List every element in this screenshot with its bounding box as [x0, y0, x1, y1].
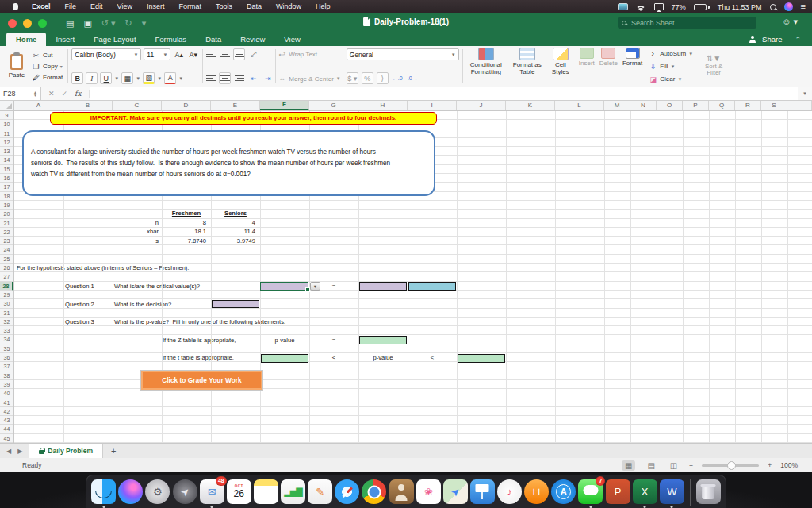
- font-color-button[interactable]: A: [164, 72, 176, 84]
- row-header-28[interactable]: 28: [0, 282, 13, 291]
- dock-item-excel[interactable]: X: [633, 477, 657, 507]
- paste-button[interactable]: Paste: [3, 48, 30, 84]
- dock-item-mail[interactable]: ✉48: [200, 477, 224, 507]
- underline-button[interactable]: U: [100, 72, 112, 84]
- menu-window[interactable]: Window: [269, 2, 308, 10]
- critical-value-answer-cell-2[interactable]: [408, 282, 457, 291]
- siri-icon[interactable]: [784, 2, 793, 11]
- column-header-M[interactable]: M: [604, 101, 630, 110]
- page-layout-view-button[interactable]: ▤: [644, 460, 657, 471]
- page-break-view-button[interactable]: ◫: [667, 460, 680, 471]
- critical-value-answer-cell-1[interactable]: [359, 282, 408, 291]
- menu-tools[interactable]: Tools: [209, 2, 239, 10]
- menu-edit[interactable]: Edit: [83, 2, 110, 10]
- column-header-R[interactable]: R: [735, 101, 761, 110]
- collapse-ribbon-icon[interactable]: ⌃: [795, 36, 801, 44]
- column-header-K[interactable]: K: [506, 101, 555, 110]
- toolbar-options-icon[interactable]: ▾: [142, 18, 147, 29]
- dock-item-system-preferences[interactable]: ⚙: [145, 477, 170, 507]
- decrease-indent-button[interactable]: ⇤: [247, 72, 259, 84]
- menu-file[interactable]: File: [58, 2, 84, 10]
- align-top-button[interactable]: [205, 48, 216, 60]
- fill-color-button[interactable]: ▨: [143, 72, 155, 84]
- share-button[interactable]: Share: [762, 35, 782, 44]
- column-header-O[interactable]: O: [657, 101, 683, 110]
- column-header-P[interactable]: P: [683, 101, 709, 110]
- dock-item-siri[interactable]: [118, 477, 143, 507]
- dock-item-maps[interactable]: ➤: [443, 477, 468, 507]
- row-header-19[interactable]: 19: [0, 201, 13, 210]
- dock-item-notes[interactable]: [254, 477, 278, 507]
- row-header-16[interactable]: 16: [0, 174, 13, 183]
- column-header-E[interactable]: E: [211, 101, 260, 110]
- critical-value-dropdown-button[interactable]: ▼: [310, 282, 320, 291]
- dock-item-numbers[interactable]: ▂▅▇: [281, 477, 305, 507]
- align-center-button[interactable]: [219, 72, 231, 84]
- select-all-corner[interactable]: [0, 101, 14, 110]
- notification-center-icon[interactable]: ≡: [801, 0, 806, 13]
- column-header-G[interactable]: G: [309, 101, 358, 110]
- row-header-32[interactable]: 32: [0, 318, 13, 326]
- z-pvalue-input-cell[interactable]: [359, 336, 408, 344]
- grade-work-button[interactable]: Click to Grade Your Work: [141, 371, 262, 390]
- ribbon-tab-formulas[interactable]: Formulas: [146, 33, 197, 46]
- formula-input[interactable]: [90, 87, 799, 100]
- align-right-button[interactable]: [233, 72, 245, 84]
- currency-format-button[interactable]: $ ▾: [347, 72, 358, 84]
- row-header-33[interactable]: 33: [0, 326, 13, 335]
- column-header-D[interactable]: D: [162, 101, 211, 110]
- ribbon-tab-review[interactable]: Review: [231, 33, 274, 46]
- delete-cells-button[interactable]: Delete: [597, 46, 620, 87]
- menubar-clock[interactable]: Thu 11:53 PM: [718, 3, 762, 11]
- column-header-I[interactable]: I: [408, 101, 457, 110]
- row-header-38[interactable]: 38: [0, 371, 13, 380]
- align-middle-button[interactable]: [219, 48, 231, 60]
- name-box-spinner[interactable]: ▲▼: [33, 90, 37, 97]
- undo-icon[interactable]: ↺ ▾: [102, 18, 116, 29]
- increase-font-size-button[interactable]: A▴: [173, 48, 185, 60]
- display-icon[interactable]: [654, 3, 664, 10]
- column-header-B[interactable]: B: [63, 101, 113, 110]
- normal-view-button[interactable]: ▦: [622, 460, 635, 471]
- screen-capture-icon[interactable]: [618, 3, 628, 10]
- row-header-37[interactable]: 37: [0, 362, 13, 371]
- increase-decimal-button[interactable]: ←.0: [392, 72, 404, 84]
- dock-item-launchpad[interactable]: ➤: [172, 477, 197, 507]
- save-icon[interactable]: ▣: [83, 18, 91, 29]
- ribbon-tab-view[interactable]: View: [274, 33, 309, 46]
- row-header-18[interactable]: 18: [0, 192, 13, 201]
- align-left-button[interactable]: [205, 72, 216, 84]
- spreadsheet-grid[interactable]: IMPORTANT: Make sure you carry all decim…: [0, 111, 812, 443]
- font-name-select[interactable]: Calibri (Body)▼: [71, 48, 141, 60]
- zoom-level[interactable]: 100%: [780, 461, 798, 469]
- spotlight-icon[interactable]: [770, 4, 776, 10]
- menu-format[interactable]: Format: [171, 2, 209, 10]
- column-header-F[interactable]: F: [260, 101, 309, 110]
- menu-data[interactable]: Data: [239, 2, 269, 10]
- row-header-22[interactable]: 22: [0, 228, 13, 237]
- row-header-26[interactable]: 26: [0, 264, 13, 272]
- row-header-27[interactable]: 27: [0, 272, 13, 281]
- column-header-S[interactable]: S: [761, 101, 787, 110]
- italic-button[interactable]: I: [86, 72, 98, 84]
- dock-item-trash[interactable]: [696, 477, 721, 507]
- menu-excel[interactable]: Excel: [25, 2, 58, 10]
- sheet-tab-daily-problem[interactable]: Daily Problem: [29, 444, 103, 458]
- row-header-40[interactable]: 40: [0, 389, 13, 398]
- dock-item-itunes[interactable]: ♪: [497, 477, 522, 507]
- autosum-button[interactable]: ΣAutoSum ▼: [649, 48, 693, 59]
- row-header-39[interactable]: 39: [0, 380, 13, 389]
- row-header-15[interactable]: 15: [0, 165, 13, 174]
- insert-cells-button[interactable]: Insert: [576, 46, 597, 87]
- row-header-31[interactable]: 31: [0, 309, 13, 318]
- row-header-36[interactable]: 36: [0, 353, 13, 362]
- zoom-in-button[interactable]: +: [768, 461, 772, 469]
- row-header-21[interactable]: 21: [0, 219, 13, 228]
- fill-button[interactable]: ⇩Fill ▼: [649, 61, 693, 71]
- conditional-formatting-button[interactable]: Conditional Formatting: [463, 46, 509, 87]
- dock-item-messages[interactable]: 7: [578, 477, 603, 507]
- dock-item-chrome[interactable]: [362, 477, 386, 507]
- column-header-H[interactable]: H: [358, 101, 408, 110]
- zoom-slider-thumb[interactable]: [727, 461, 736, 470]
- cell-styles-button[interactable]: Cell Styles: [546, 46, 576, 87]
